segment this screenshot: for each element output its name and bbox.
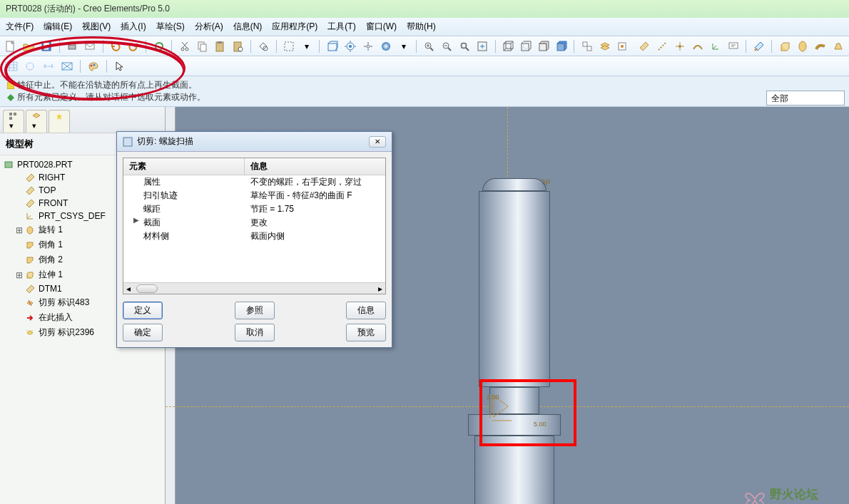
menu-info[interactable]: 信息(N): [233, 21, 263, 33]
menu-application[interactable]: 应用程序(P): [272, 21, 317, 33]
scrollbar-thumb[interactable]: [136, 284, 158, 293]
revolve-icon: [26, 226, 36, 235]
cancel-button[interactable]: 取消: [235, 324, 275, 341]
info-icon: [7, 94, 14, 101]
zoom-in-icon[interactable]: [422, 39, 436, 53]
table-row[interactable]: 材料侧截面内侧: [123, 230, 385, 243]
filter-dropdown[interactable]: 全部: [766, 91, 845, 106]
menu-sketch[interactable]: 草绘(S): [156, 21, 185, 33]
email-icon[interactable]: [83, 39, 97, 53]
define-button[interactable]: 定义: [123, 302, 163, 319]
svg-point-39: [799, 41, 806, 51]
menu-edit[interactable]: 编辑(E): [44, 21, 72, 33]
svg-rect-47: [9, 113, 12, 115]
datum-csys-icon[interactable]: [709, 39, 723, 53]
table-row[interactable]: 属性不变的螺距，右手定则，穿过: [123, 175, 385, 189]
view-manager-icon[interactable]: [580, 39, 594, 53]
zoom-fit-icon[interactable]: [458, 39, 472, 53]
dialog-close-button[interactable]: ✕: [369, 136, 386, 148]
sketch-grid-icon[interactable]: [4, 59, 19, 73]
annotation-icon[interactable]: [727, 39, 741, 53]
svg-rect-17: [285, 42, 293, 51]
svg-rect-13: [218, 41, 222, 43]
svg-rect-3: [44, 47, 49, 50]
cut-icon[interactable]: [178, 39, 191, 53]
model-display-icon[interactable]: [616, 39, 629, 53]
menu-analysis[interactable]: 分析(A): [195, 21, 223, 33]
svg-rect-48: [9, 117, 12, 120]
sketch-constraint-icon[interactable]: [23, 59, 37, 73]
svg-rect-11: [200, 44, 206, 51]
svg-point-16: [263, 46, 268, 51]
revolve-icon[interactable]: [795, 39, 809, 53]
pan-icon[interactable]: [361, 39, 375, 53]
horizontal-scrollbar[interactable]: ◂▸: [123, 282, 385, 294]
undo-icon[interactable]: [108, 39, 122, 53]
tab-layer[interactable]: ▾: [26, 110, 47, 133]
menu-view[interactable]: 视图(V): [82, 21, 111, 33]
datum-point-icon[interactable]: [673, 39, 687, 53]
appearance-drop-icon[interactable]: ▾: [397, 39, 410, 53]
palette-icon[interactable]: [86, 59, 101, 73]
open-icon[interactable]: [22, 39, 36, 53]
helical-sweep-dialog[interactable]: 切剪: 螺旋扫描 ✕ 元素 信息 属性不变的螺距，右手定则，穿过 扫引轨迹草绘平…: [116, 131, 392, 348]
zoom-out-icon[interactable]: [440, 39, 454, 53]
table-row[interactable]: 螺距节距 = 1.75: [123, 202, 385, 216]
redo-icon[interactable]: [126, 39, 140, 53]
appearance-icon[interactable]: [379, 39, 392, 53]
message-2: 所有元素已定义。请从对话框中选取元素或动作。: [17, 91, 205, 103]
find-icon[interactable]: [257, 39, 270, 53]
shaded-icon[interactable]: [554, 39, 568, 53]
svg-point-41: [26, 63, 34, 70]
toolbar-sketch: [0, 56, 849, 76]
svg-point-51: [27, 227, 33, 234]
sweep-icon[interactable]: [813, 39, 827, 53]
blend-icon[interactable]: [831, 39, 845, 53]
menu-window[interactable]: 窗口(W): [366, 21, 397, 33]
menu-tools[interactable]: 工具(T): [327, 21, 355, 33]
table-row[interactable]: 扫引轨迹草绘平面 - 特征#3的曲面 F: [123, 189, 385, 202]
window-titlebar: PRT0028 (活动的) - Creo Elements/Pro 5.0: [0, 0, 849, 18]
select-box-icon[interactable]: [283, 39, 296, 53]
expander-icon[interactable]: ⊞: [16, 225, 23, 235]
extrude-icon[interactable]: [778, 39, 791, 53]
hidden-line-icon[interactable]: [519, 39, 532, 53]
select-arrow-icon[interactable]: ▾: [300, 39, 314, 53]
menu-insert[interactable]: 插入(I): [121, 21, 146, 33]
sketch-dim-icon[interactable]: [41, 59, 56, 73]
expander-icon[interactable]: ⊞: [16, 270, 23, 280]
ok-button[interactable]: 确定: [123, 324, 163, 341]
spin-icon[interactable]: [343, 39, 357, 53]
no-hidden-icon[interactable]: [537, 39, 550, 53]
datum-curve-icon[interactable]: [691, 39, 705, 53]
preview-button[interactable]: 预览: [346, 324, 386, 341]
tab-star[interactable]: [49, 110, 70, 133]
new-icon[interactable]: [4, 39, 18, 53]
tab-tree[interactable]: ▾: [3, 110, 24, 133]
copy-icon[interactable]: [195, 39, 209, 53]
datum-plane-icon[interactable]: [638, 39, 651, 53]
print-icon[interactable]: [66, 39, 79, 53]
paste-icon[interactable]: [213, 39, 227, 53]
datum-axis-icon[interactable]: [656, 39, 669, 53]
menu-file[interactable]: 文件(F): [6, 21, 34, 33]
paste-special-icon[interactable]: [231, 39, 245, 53]
chamfer-icon: [26, 241, 36, 250]
table-row[interactable]: ▶截面更改: [123, 216, 385, 230]
dialog-titlebar[interactable]: 切剪: 螺旋扫描 ✕: [117, 132, 392, 152]
arrow-cursor-icon[interactable]: [113, 59, 127, 73]
sketch-ref-icon[interactable]: [60, 59, 74, 73]
reference-button[interactable]: 参照: [235, 302, 275, 319]
orient-icon[interactable]: [325, 39, 339, 53]
layer-icon[interactable]: [598, 39, 611, 53]
refit-icon[interactable]: [476, 39, 489, 53]
element-table[interactable]: 元素 信息 属性不变的螺距，右手定则，穿过 扫引轨迹草绘平面 - 特征#3的曲面…: [123, 158, 386, 294]
menu-bar: 文件(F) 编辑(E) 视图(V) 插入(I) 草绘(S) 分析(A) 信息(N…: [0, 18, 849, 36]
save-icon[interactable]: [40, 39, 54, 53]
wireframe-icon[interactable]: [502, 39, 515, 53]
dialog-icon: [123, 137, 133, 147]
sketch-icon[interactable]: [752, 39, 766, 53]
menu-help[interactable]: 帮助(H): [407, 21, 436, 33]
regenerate-icon[interactable]: [152, 39, 166, 53]
info-button[interactable]: 信息: [346, 302, 386, 319]
